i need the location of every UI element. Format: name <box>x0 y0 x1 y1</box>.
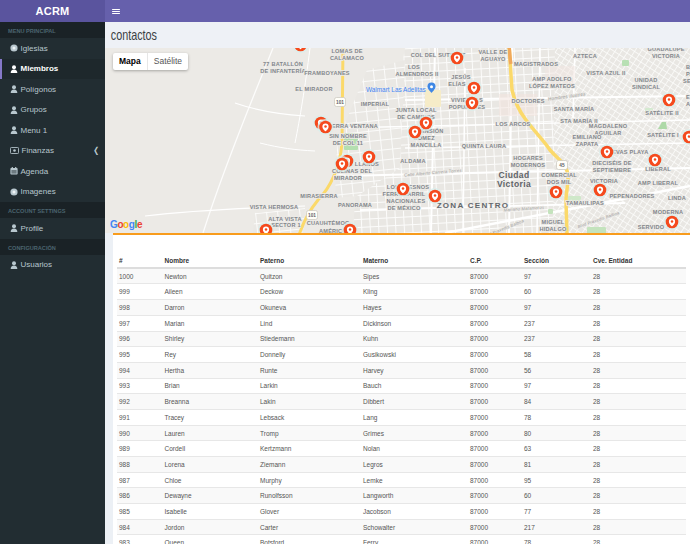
svg-text:MANCILLA: MANCILLA <box>411 142 442 148</box>
svg-text:45: 45 <box>559 163 565 168</box>
svg-text:MODERNA: MODERNA <box>653 209 683 215</box>
svg-text:JESÚS: JESÚS <box>451 74 470 80</box>
svg-text:ZONA CENTRO: ZONA CENTRO <box>437 201 510 210</box>
svg-text:DE INFANTERÍA: DE INFANTERÍA <box>260 67 306 74</box>
svg-text:ALMENDROS II: ALMENDROS II <box>395 71 438 77</box>
svg-text:MIRASIERRA: MIRASIERRA <box>300 193 337 199</box>
svg-text:PEPENADORES: PEPENADORES <box>609 193 654 199</box>
svg-text:QUINTA LAURA: QUINTA LAURA <box>462 143 506 149</box>
svg-text:SATÉLITE II: SATÉLITE II <box>645 109 679 116</box>
svg-text:AMP ADOLFO: AMP ADOLFO <box>532 76 572 82</box>
svg-text:SIERRA VENTANA: SIERRA VENTANA <box>326 123 378 129</box>
svg-text:NACIONALES: NACIONALES <box>387 198 426 204</box>
svg-text:MIGUEL: MIGUEL <box>542 219 565 225</box>
svg-text:FRAMBOYANES: FRAMBOYANES <box>304 70 350 76</box>
svg-text:VISTA AZUL II: VISTA AZUL II <box>586 70 626 76</box>
svg-text:AND: AND <box>686 101 690 107</box>
svg-text:ELÍAS: ELÍAS <box>448 80 466 87</box>
svg-text:EMILIANO: EMILIANO <box>573 134 602 140</box>
svg-text:EL MIRADOR: EL MIRADOR <box>295 86 332 92</box>
svg-text:ZAPATA: ZAPATA <box>576 141 599 147</box>
svg-text:DE COL 11: DE COL 11 <box>333 140 363 146</box>
svg-text:MIRADOR: MIRADOR <box>334 175 362 181</box>
svg-text:LINDA: LINDA <box>668 195 686 201</box>
svg-text:SINDICAL: SINDICAL <box>632 84 660 90</box>
svg-text:77 BATALLÓN: 77 BATALLÓN <box>263 60 303 67</box>
svg-text:DOCTORES: DOCTORES <box>511 98 544 104</box>
svg-text:CUAUHTÉMOC: CUAUHTÉMOC <box>307 219 349 226</box>
svg-text:HOGARES: HOGARES <box>513 155 543 161</box>
svg-text:DIECISÉIS DE: DIECISÉIS DE <box>592 159 631 166</box>
svg-text:EVO: EVO <box>686 94 690 100</box>
svg-text:JUNTA LOCAL: JUNTA LOCAL <box>395 107 436 113</box>
svg-text:AZTECA: AZTECA <box>573 53 597 59</box>
svg-text:CALAMACO: CALAMACO <box>330 55 365 61</box>
svg-text:MAGDALENO: MAGDALENO <box>589 123 628 129</box>
svg-text:LOS: LOS <box>408 64 420 70</box>
svg-text:MAGISTRADOS: MAGISTRADOS <box>514 61 558 67</box>
svg-text:101: 101 <box>308 213 316 218</box>
svg-text:SANTA MARÍA: SANTA MARÍA <box>554 105 595 112</box>
svg-text:AMP LIBERAL: AMP LIBERAL <box>638 180 679 186</box>
svg-text:VISTA HERMOSA: VISTA HERMOSA <box>250 204 299 210</box>
svg-text:HIDALGO: HIDALGO <box>539 226 567 232</box>
svg-text:LÓPEZ MATEOS: LÓPEZ MATEOS <box>529 82 575 89</box>
svg-text:SECT: SECT <box>683 78 690 84</box>
svg-text:PANORAMA: PANORAMA <box>338 202 372 208</box>
svg-text:DE MÉXICO: DE MÉXICO <box>387 204 421 211</box>
svg-text:SATÉLITE I: SATÉLITE I <box>647 131 679 138</box>
svg-text:DOS MIL: DOS MIL <box>547 179 572 185</box>
svg-text:GUADALUPE: GUADALUPE <box>647 48 684 52</box>
svg-text:SERVIDO: SERVIDO <box>638 224 665 230</box>
svg-text:Walmart Las Adelitas: Walmart Las Adelitas <box>366 86 426 93</box>
svg-text:TAMAULIPAS: TAMAULIPAS <box>566 200 604 206</box>
svg-text:VALLE DE: VALLE DE <box>479 49 508 55</box>
svg-text:SEPTIEMBRE: SEPTIEMBRE <box>593 167 631 173</box>
svg-text:SIN NOMBRE: SIN NOMBRE <box>329 133 367 139</box>
svg-text:SECTOR 1: SECTOR 1 <box>271 222 300 228</box>
svg-text:COMERCIAL: COMERCIAL <box>541 172 577 178</box>
svg-text:Victoria: Victoria <box>497 179 531 189</box>
svg-text:MODERNOS: MODERNOS <box>511 162 546 168</box>
svg-text:BAL: BAL <box>686 64 690 70</box>
svg-text:IMPERIAL: IMPERIAL <box>361 101 390 107</box>
svg-text:AGUAYO: AGUAYO <box>480 56 506 62</box>
svg-text:LOS ARCOS: LOS ARCOS <box>496 121 531 127</box>
svg-text:101: 101 <box>336 100 344 105</box>
svg-text:UNIDAD: UNIDAD <box>635 77 658 83</box>
svg-text:LOMAS DE: LOMAS DE <box>331 48 362 54</box>
svg-text:ALDAMA: ALDAMA <box>400 158 425 164</box>
svg-text:VICTORIA: VICTORIA <box>652 53 680 59</box>
svg-text:PAJ: PAJ <box>686 71 690 77</box>
